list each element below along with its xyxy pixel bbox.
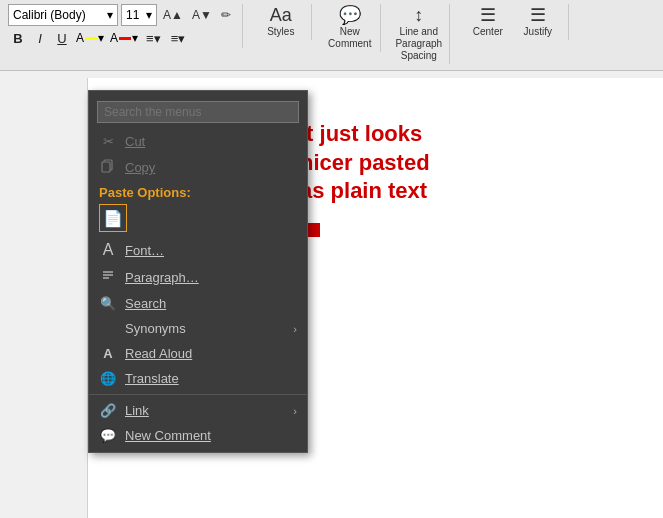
link-icon: 🔗 [99,403,117,418]
bullets-icon: ≡ [146,31,154,46]
context-menu: ✂ Cut Copy Paste Options: 📄 A Font… [88,90,308,453]
menu-item-link[interactable]: 🔗 Link › [89,398,307,423]
justify-label: Justify [524,26,552,38]
paste-options-section: Paste Options: 📄 [89,181,307,236]
font-group: Calibri (Body) ▾ 11 ▾ A▲ A▼ ✏ B I [8,4,243,48]
annotation: It just looksnicer pastedas plain text [300,120,530,206]
font-row2: B I U A ▾ A ▾ ≡ ▾ ≡ [8,28,189,48]
justify-icon: ☰ [530,6,546,24]
font-menu-icon: A [99,241,117,259]
menu-label-search: Search [125,296,297,311]
font-row1: Calibri (Body) ▾ 11 ▾ A▲ A▼ ✏ [8,4,234,26]
menu-label-copy: Copy [125,160,297,175]
font-dropdown-arrow: ▾ [107,8,113,22]
font-size-label: 11 [126,8,139,22]
center-label: Center [473,26,503,38]
center-button[interactable]: ☰ Center [466,4,510,40]
search-input[interactable] [97,101,299,123]
font-shrink-button[interactable]: A▼ [189,7,215,23]
font-shrink-icon: A▼ [192,8,212,22]
new-comment-ribbon-button[interactable]: 💬 NewComment [328,4,372,52]
cut-icon: ✂ [99,134,117,149]
align-group: ☰ Center ☰ Justify [458,4,569,40]
menu-item-translate[interactable]: 🌐 Translate [89,366,307,391]
new-comment-ribbon-icon: 💬 [339,6,361,24]
paragraph-menu-icon [99,269,117,286]
bold-button[interactable]: B [8,28,28,48]
menu-item-cut[interactable]: ✂ Cut [89,129,307,154]
justify-button[interactable]: ☰ Justify [516,4,560,40]
menu-item-new-comment[interactable]: 💬 New Comment [89,423,307,448]
font-size-selector[interactable]: 11 ▾ [121,4,157,26]
font-color-button[interactable]: A ▾ [108,30,140,46]
font-name-label: Calibri (Body) [13,8,86,22]
line-spacing-label: Line andParagraph Spacing [395,26,442,62]
underline-button[interactable]: U [52,28,72,48]
highlight-icon: A [76,31,84,45]
underline-icon: U [57,31,66,46]
copy-icon [99,159,117,176]
left-sidebar [0,78,88,518]
font-color-dropdown: ▾ [132,31,138,45]
styles-label: Styles [267,26,294,38]
paste-icons-row: 📄 [99,204,297,232]
font-size-arrow: ▾ [146,8,152,22]
numbering-button[interactable]: ≡ ▾ [167,28,190,48]
line-spacing-icon: ↕ [414,6,423,24]
svg-rect-1 [102,162,110,172]
font-color-indicator [119,37,131,40]
menu-item-paragraph[interactable]: Paragraph… [89,264,307,291]
menu-separator [89,394,307,395]
menu-item-copy[interactable]: Copy [89,154,307,181]
menu-label-link: Link [125,403,285,418]
comment-group: 💬 NewComment [320,4,381,52]
menu-item-search[interactable]: 🔍 Search [89,291,307,316]
menu-label-font: Font… [125,243,297,258]
styles-icon: Aa [270,6,292,24]
search-box-wrapper [89,95,307,129]
clear-format-icon: ✏ [221,8,231,22]
italic-button[interactable]: I [30,28,50,48]
bold-icon: B [13,31,22,46]
new-comment-icon: 💬 [99,428,117,443]
italic-icon: I [38,31,42,46]
spacing-group: ↕ Line andParagraph Spacing [389,4,450,64]
new-comment-ribbon-label: NewComment [328,26,371,50]
font-color-icon: A [110,31,118,45]
styles-group: Aa Styles [251,4,312,40]
ribbon: Calibri (Body) ▾ 11 ▾ A▲ A▼ ✏ B I [0,0,663,71]
search-menu-icon: 🔍 [99,296,117,311]
menu-item-read-aloud[interactable]: A Read Aloud [89,341,307,366]
bullets-dropdown: ▾ [154,31,161,46]
synonyms-arrow-icon: › [293,323,297,335]
highlight-color-indicator [85,37,97,40]
translate-icon: 🌐 [99,371,117,386]
menu-item-synonyms[interactable]: Synonyms › [89,316,307,341]
menu-label-cut: Cut [125,134,297,149]
font-grow-icon: A▲ [163,8,183,22]
read-aloud-icon: A [99,346,117,361]
menu-label-read-aloud: Read Aloud [125,346,297,361]
paste-options-label: Paste Options: [99,185,297,200]
styles-button[interactable]: Aa Styles [259,4,303,40]
font-selector[interactable]: Calibri (Body) ▾ [8,4,118,26]
link-arrow-icon: › [293,405,297,417]
center-icon: ☰ [480,6,496,24]
highlight-dropdown: ▾ [98,31,104,45]
paste-plain-text-button[interactable]: 📄 [99,204,127,232]
clear-format-button[interactable]: ✏ [218,7,234,23]
annotation-text: It just looksnicer pastedas plain text [300,120,530,206]
numbering-dropdown: ▾ [178,31,185,46]
menu-label-new-comment: New Comment [125,428,297,443]
paste-plain-icon: 📄 [103,209,123,228]
menu-label-paragraph: Paragraph… [125,270,297,285]
font-grow-button[interactable]: A▲ [160,7,186,23]
bullets-button[interactable]: ≡ ▾ [142,28,165,48]
line-spacing-button[interactable]: ↕ Line andParagraph Spacing [397,4,441,64]
highlight-button[interactable]: A ▾ [74,30,106,46]
menu-label-translate: Translate [125,371,297,386]
menu-label-synonyms: Synonyms [125,321,285,336]
menu-item-font[interactable]: A Font… [89,236,307,264]
numbering-icon: ≡ [171,31,179,46]
